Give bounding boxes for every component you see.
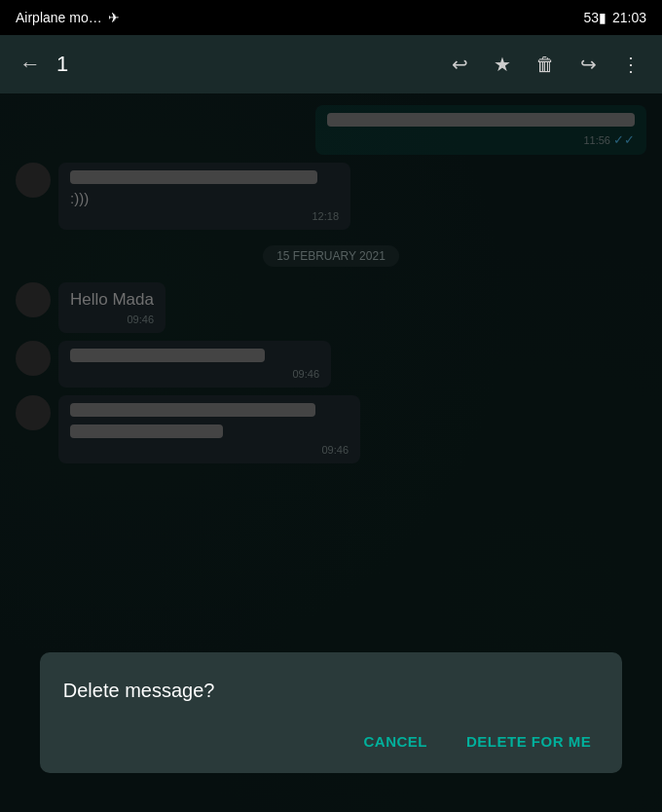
- back-button[interactable]: ←: [12, 44, 49, 85]
- airplane-mode-label: Airplane mo…: [16, 10, 102, 25]
- star-icon[interactable]: ★: [483, 45, 522, 84]
- delete-icon[interactable]: 🗑: [526, 45, 565, 84]
- status-right: 53▮ 21:03: [583, 10, 646, 25]
- cancel-button[interactable]: CANCEL: [356, 729, 436, 754]
- selection-count: 1: [56, 52, 68, 77]
- status-left: Airplane mo… ✈: [16, 10, 120, 25]
- dialog-actions: CANCEL DELETE FOR ME: [63, 729, 599, 754]
- battery-indicator: 53▮: [583, 10, 607, 25]
- reply-icon[interactable]: ↩: [440, 45, 479, 84]
- toolbar-actions: ↩ ★ 🗑 ↪ ⋮: [440, 45, 650, 84]
- dialog-title: Delete message?: [63, 680, 599, 702]
- delete-for-me-button[interactable]: DELETE FOR ME: [459, 729, 599, 754]
- delete-dialog: Delete message? CANCEL DELETE FOR ME: [40, 652, 622, 773]
- airplane-icon: ✈: [108, 10, 120, 25]
- dialog-overlay: Delete message? CANCEL DELETE FOR ME: [0, 93, 662, 812]
- chat-area: 11:56 ✓✓ :))) 12:18 15 FEBRUARY 2021 Hel…: [0, 93, 662, 812]
- toolbar: ← 1 ↩ ★ 🗑 ↪ ⋮: [0, 35, 662, 93]
- time-display: 21:03: [612, 10, 646, 25]
- status-bar: Airplane mo… ✈ 53▮ 21:03: [0, 0, 662, 35]
- more-options-icon[interactable]: ⋮: [611, 45, 650, 84]
- forward-icon[interactable]: ↪: [569, 45, 607, 84]
